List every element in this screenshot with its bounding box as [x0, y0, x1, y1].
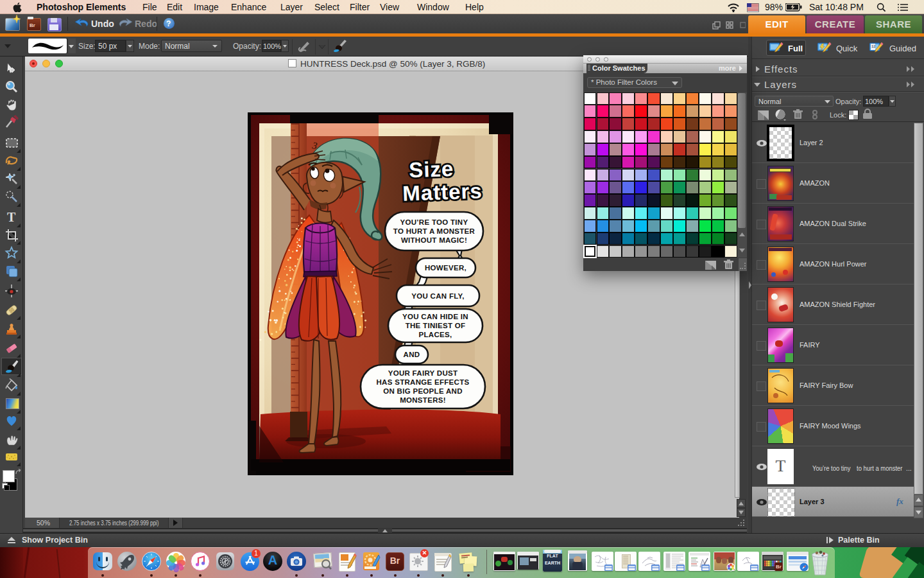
- svg-text:YOU CAN HIDE IN: YOU CAN HIDE IN: [402, 313, 468, 320]
- svg-text:HOWEVER,: HOWEVER,: [425, 264, 466, 272]
- svg-text:PLACES,: PLACES,: [419, 331, 452, 338]
- svg-text:TO HURT A MONSTER: TO HURT A MONSTER: [393, 227, 475, 235]
- svg-text:MONSTERS!: MONSTERS!: [400, 396, 446, 404]
- svg-text:Size: Size: [409, 157, 454, 182]
- svg-text:WITHOUT MAGIC!: WITHOUT MAGIC!: [401, 236, 467, 244]
- svg-text:HAS STRANGE EFFECTS: HAS STRANGE EFFECTS: [377, 378, 470, 386]
- svg-text:YOUR FAIRY DUST: YOUR FAIRY DUST: [388, 369, 458, 377]
- svg-text:Matters: Matters: [402, 179, 483, 205]
- svg-text:YOU CAN FLY,: YOU CAN FLY,: [411, 292, 464, 300]
- svg-text:12: 12: [871, 44, 876, 48]
- svg-text:AND: AND: [404, 351, 420, 358]
- svg-text:YOU’RE TOO TINY: YOU’RE TOO TINY: [400, 218, 468, 226]
- svg-text:ON BIG PEOPLE AND: ON BIG PEOPLE AND: [383, 387, 463, 395]
- svg-text:THE TINIEST OF: THE TINIEST OF: [406, 322, 466, 329]
